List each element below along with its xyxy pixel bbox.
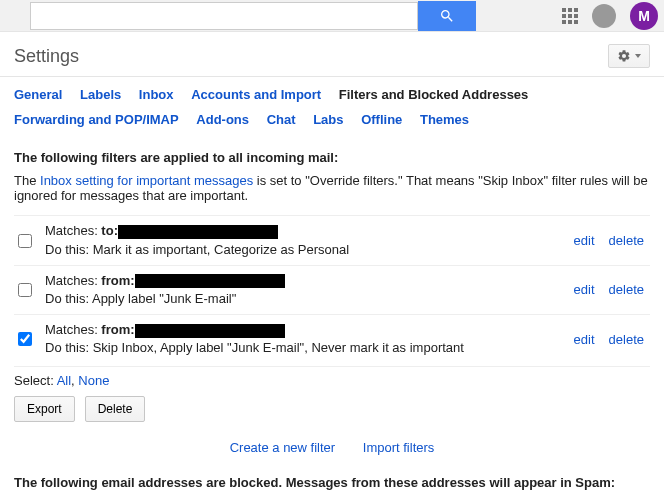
- tab-chat[interactable]: Chat: [267, 108, 296, 133]
- match-label: Matches:: [45, 273, 101, 288]
- filter-row-links: editdelete: [574, 282, 650, 297]
- filter-row: Matches: to:Do this: Mark it as importan…: [14, 215, 650, 264]
- avatar[interactable]: M: [630, 2, 658, 30]
- tab-offline[interactable]: Offline: [361, 108, 402, 133]
- tab-inbox[interactable]: Inbox: [139, 83, 174, 108]
- tab-forwarding[interactable]: Forwarding and POP/IMAP: [14, 108, 179, 133]
- tab-accounts[interactable]: Accounts and Import: [191, 83, 321, 108]
- edit-link[interactable]: edit: [574, 233, 595, 248]
- search-icon: [439, 8, 455, 24]
- export-button[interactable]: Export: [14, 396, 75, 422]
- filter-action: Do this: Mark it as important, Categoriz…: [45, 241, 564, 259]
- filter-row-links: editdelete: [574, 233, 650, 248]
- notifications-icon[interactable]: [592, 4, 616, 28]
- filter-body: Matches: from:Do this: Skip Inbox, Apply…: [45, 321, 564, 357]
- filter-checkbox[interactable]: [18, 283, 32, 297]
- match-label: Matches:: [45, 223, 101, 238]
- create-filter-link[interactable]: Create a new filter: [230, 440, 336, 455]
- top-right-controls: M: [562, 2, 664, 30]
- filter-checkbox[interactable]: [18, 332, 32, 346]
- filter-action: Do this: Skip Inbox, Apply label "Junk E…: [45, 339, 564, 357]
- import-filters-link[interactable]: Import filters: [363, 440, 435, 455]
- delete-link[interactable]: delete: [609, 282, 644, 297]
- settings-menu-button[interactable]: [608, 44, 650, 68]
- tab-filters[interactable]: Filters and Blocked Addresses: [339, 83, 529, 108]
- gear-icon: [617, 49, 631, 63]
- inbox-setting-link[interactable]: Inbox setting for important messages: [40, 173, 253, 188]
- note-text-pre: The: [14, 173, 40, 188]
- page-title: Settings: [14, 46, 79, 67]
- tab-addons[interactable]: Add-ons: [196, 108, 249, 133]
- select-none-link[interactable]: None: [78, 373, 109, 388]
- select-line: Select: All, None: [14, 366, 650, 388]
- content: The following filters are applied to all…: [0, 132, 664, 501]
- match-field: from:: [101, 273, 134, 288]
- select-label: Select:: [14, 373, 57, 388]
- filters-title: The following filters are applied to all…: [14, 150, 650, 165]
- tab-general[interactable]: General: [14, 83, 62, 108]
- delete-button[interactable]: Delete: [85, 396, 146, 422]
- redacted-value: [135, 274, 285, 288]
- filter-row-links: editdelete: [574, 332, 650, 347]
- apps-icon[interactable]: [562, 8, 578, 24]
- chevron-down-icon: [635, 54, 641, 58]
- filter-list: Matches: to:Do this: Mark it as importan…: [14, 215, 650, 363]
- match-field: from:: [101, 322, 134, 337]
- tab-labs[interactable]: Labs: [313, 108, 343, 133]
- filter-row: Matches: from:Do this: Skip Inbox, Apply…: [14, 314, 650, 363]
- settings-header: Settings: [0, 32, 664, 76]
- override-note: The Inbox setting for important messages…: [14, 173, 650, 203]
- match-field: to:: [101, 223, 118, 238]
- filter-body: Matches: from:Do this: Apply label "Junk…: [45, 272, 564, 308]
- filter-row: Matches: from:Do this: Apply label "Junk…: [14, 265, 650, 314]
- filter-create-links: Create a new filter Import filters: [14, 426, 650, 465]
- filter-checkbox[interactable]: [18, 234, 32, 248]
- filter-action: Do this: Apply label "Junk E-mail": [45, 290, 564, 308]
- delete-link[interactable]: delete: [609, 332, 644, 347]
- search-button[interactable]: [418, 1, 476, 31]
- tab-labels[interactable]: Labels: [80, 83, 121, 108]
- settings-tabs: General Labels Inbox Accounts and Import…: [0, 77, 664, 132]
- filter-body: Matches: to:Do this: Mark it as importan…: [45, 222, 564, 258]
- match-label: Matches:: [45, 322, 101, 337]
- edit-link[interactable]: edit: [574, 332, 595, 347]
- redacted-value: [135, 324, 285, 338]
- blocked-title: The following email addresses are blocke…: [14, 475, 650, 490]
- filter-buttons: Export Delete: [14, 396, 650, 422]
- top-bar: M: [0, 0, 664, 32]
- select-all-link[interactable]: All: [57, 373, 71, 388]
- redacted-value: [118, 225, 278, 239]
- search-input[interactable]: [30, 2, 418, 30]
- edit-link[interactable]: edit: [574, 282, 595, 297]
- tab-themes[interactable]: Themes: [420, 108, 469, 133]
- delete-link[interactable]: delete: [609, 233, 644, 248]
